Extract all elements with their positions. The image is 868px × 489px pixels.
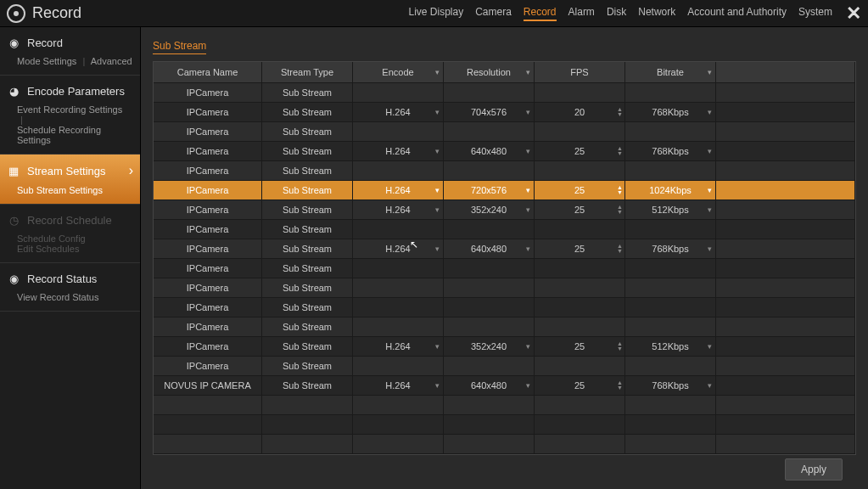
col-header-encode[interactable]: Encode▾ — [353, 62, 444, 82]
col-header-type[interactable]: Stream Type — [262, 62, 353, 82]
col-header-bitrate[interactable]: Bitrate▾ — [625, 62, 716, 82]
sidebar-encode[interactable]: ◕ Encode Parameters — [0, 76, 140, 101]
nav-system[interactable]: System — [798, 6, 832, 21]
chevron-down-icon[interactable]: ▾ — [435, 381, 440, 390]
edit-schedules-link[interactable]: Edit Schedules — [17, 244, 79, 254]
chevron-down-icon[interactable]: ▾ — [526, 186, 530, 194]
disc-icon: ◕ — [7, 84, 20, 98]
table-row[interactable]: IPCameraSub StreamH.264▾352x240▾25▲▼512K… — [154, 200, 855, 220]
chevron-down-icon[interactable]: ▾ — [435, 108, 440, 116]
film-reel-icon: ◉ — [7, 36, 20, 49]
grid-icon: ▦ — [7, 164, 20, 177]
chevron-down-icon[interactable]: ▾ — [435, 186, 440, 194]
sidebar-encode-label: Encode Parameters — [27, 85, 125, 98]
chevron-down-icon[interactable]: ▾ — [708, 68, 712, 76]
col-header-resolution[interactable]: Resolution▾ — [444, 62, 535, 82]
chevron-down-icon[interactable]: ▾ — [708, 342, 712, 351]
table-row[interactable] — [154, 415, 855, 435]
mode-settings-link[interactable]: Mode Settings — [17, 56, 76, 66]
chevron-down-icon[interactable]: ▾ — [526, 108, 530, 116]
chevron-down-icon[interactable]: ▾ — [526, 244, 530, 253]
table-row[interactable]: IPCameraSub Stream — [154, 259, 855, 278]
content-area: Sub Stream Camera Name Stream Type Encod… — [141, 27, 868, 489]
table-row[interactable]: IPCameraSub Stream — [154, 298, 855, 318]
sidebar-stream-settings[interactable]: ▦ Stream Settings › — [0, 155, 140, 182]
record-logo-icon — [7, 4, 25, 23]
stream-table: Camera Name Stream Type Encode▾ Resoluti… — [153, 61, 856, 455]
nav-network[interactable]: Network — [638, 6, 675, 21]
sub-stream-settings-link[interactable]: Sub Stream Settings — [17, 185, 103, 195]
chevron-down-icon[interactable]: ▾ — [435, 342, 440, 351]
chevron-down-icon[interactable]: ▾ — [526, 342, 530, 351]
chevron-down-icon[interactable]: ▾ — [708, 205, 712, 214]
chevron-down-icon[interactable]: ▾ — [435, 147, 440, 155]
close-icon[interactable]: ✕ — [846, 3, 861, 25]
col-header-name[interactable]: Camera Name — [154, 62, 262, 82]
table-row[interactable]: IPCameraSub Stream — [154, 220, 855, 239]
chevron-down-icon[interactable]: ▾ — [708, 381, 712, 390]
table-row[interactable]: IPCameraSub Stream — [154, 83, 855, 103]
sidebar-schedule[interactable]: ◷ Record Schedule — [0, 205, 140, 230]
chevron-down-icon[interactable]: ▾ — [526, 147, 530, 155]
chevron-down-icon[interactable]: ▾ — [708, 186, 712, 194]
spinner-icon[interactable]: ▲▼ — [617, 107, 623, 117]
chevron-down-icon[interactable]: ▾ — [435, 205, 440, 214]
clock-icon: ◷ — [7, 213, 20, 227]
spinner-icon[interactable]: ▲▼ — [617, 205, 623, 215]
chevron-down-icon[interactable]: ▾ — [526, 381, 530, 390]
spinner-icon[interactable]: ▲▼ — [617, 185, 623, 195]
sidebar-record[interactable]: ◉ Record — [0, 27, 140, 53]
spinner-icon[interactable]: ▲▼ — [617, 244, 623, 254]
table-row[interactable]: IPCameraSub StreamH.264▾704x576▾20▲▼768K… — [154, 103, 855, 122]
sidebar-status-label: Record Status — [27, 273, 97, 285]
chevron-down-icon[interactable]: ▾ — [526, 205, 530, 214]
event-recording-link[interactable]: Event Recording Settings — [17, 104, 122, 115]
apply-button[interactable]: Apply — [785, 458, 843, 481]
schedule-recording-link[interactable]: Schedule Recording Settings — [17, 125, 101, 145]
nav-account-and-authority[interactable]: Account and Authority — [687, 6, 787, 21]
table-row[interactable]: IPCameraSub Stream — [154, 122, 855, 142]
tab-sub-stream[interactable]: Sub Stream — [153, 40, 206, 54]
chevron-down-icon[interactable]: ▾ — [708, 147, 712, 155]
schedule-config-link[interactable]: Schedule Config — [17, 233, 86, 244]
top-nav: Live DisplayCameraRecordAlarmDiskNetwork… — [408, 6, 832, 21]
sidebar-status[interactable]: ◉ Record Status — [0, 263, 140, 289]
film-icon: ◉ — [7, 272, 20, 285]
nav-alarm[interactable]: Alarm — [568, 6, 595, 21]
sidebar-record-label: Record — [27, 37, 63, 49]
table-row[interactable]: IPCameraSub Stream — [154, 357, 855, 376]
table-row[interactable]: IPCameraSub StreamH.264▾352x240▾25▲▼512K… — [154, 337, 855, 357]
sidebar-stream-label: Stream Settings — [27, 165, 106, 177]
spinner-icon[interactable]: ▲▼ — [617, 146, 623, 156]
nav-disk[interactable]: Disk — [607, 6, 626, 21]
table-row[interactable]: IPCameraSub Stream — [154, 318, 855, 337]
sidebar: ◉ Record Mode Settings | Advanced ◕ Enco… — [0, 27, 141, 489]
table-row[interactable]: IPCameraSub StreamH.264▾720x576▾25▲▼1024… — [154, 181, 855, 200]
topbar: Record Live DisplayCameraRecordAlarmDisk… — [0, 0, 868, 27]
chevron-down-icon[interactable]: ▾ — [435, 68, 440, 76]
table-row[interactable]: IPCameraSub StreamH.264▾640x480▾25▲▼768K… — [154, 142, 855, 161]
nav-camera[interactable]: Camera — [475, 6, 512, 21]
advanced-link[interactable]: Advanced — [91, 56, 132, 66]
spinner-icon[interactable]: ▲▼ — [617, 380, 623, 391]
col-header-fps[interactable]: FPS — [535, 62, 625, 82]
table-row[interactable]: IPCameraSub Stream — [154, 278, 855, 298]
chevron-down-icon[interactable]: ▾ — [708, 108, 712, 116]
table-row[interactable] — [154, 435, 855, 454]
nav-record[interactable]: Record — [524, 6, 557, 21]
table-row[interactable]: IPCameraSub StreamH.264▾640x480▾25▲▼768K… — [154, 239, 855, 259]
spinner-icon[interactable]: ▲▼ — [617, 341, 623, 351]
chevron-down-icon[interactable]: ▾ — [435, 244, 440, 253]
app-title: Record — [32, 4, 81, 22]
table-row[interactable] — [154, 396, 855, 415]
chevron-down-icon[interactable]: ▾ — [526, 68, 530, 76]
chevron-down-icon[interactable]: ▾ — [708, 244, 712, 253]
nav-live-display[interactable]: Live Display — [408, 6, 463, 21]
chevron-right-icon: › — [129, 163, 133, 178]
view-record-status-link[interactable]: View Record Status — [17, 292, 98, 302]
table-row[interactable]: IPCameraSub Stream — [154, 161, 855, 181]
table-row[interactable]: NOVUS IP CAMERASub StreamH.264▾640x480▾2… — [154, 376, 855, 396]
sidebar-schedule-label: Record Schedule — [27, 214, 112, 227]
